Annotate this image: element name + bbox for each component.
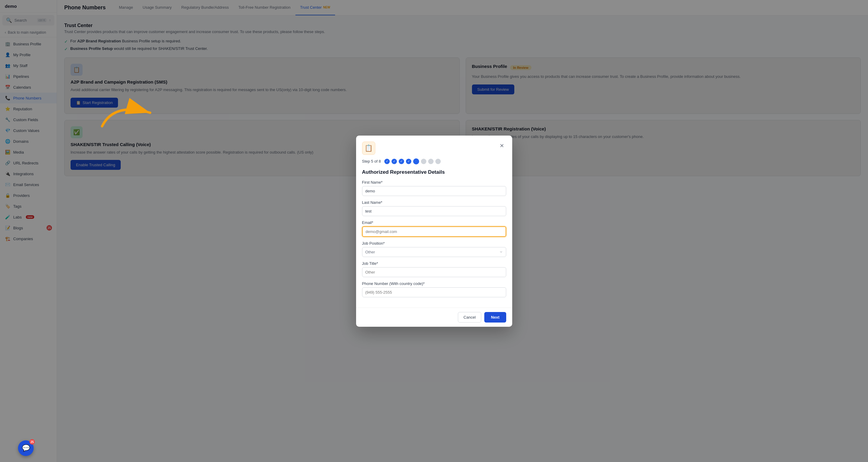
modal-title: Authorized Representative Details [362,169,506,175]
email-group: Email* [362,220,506,237]
modal-dialog: 📋 ✕ Step 5 of 8 ✓ ✓ ✓ ✓ Authorized Repre… [356,136,512,327]
modal-icon: 📋 [362,142,375,155]
last-name-group: Last Name* [362,200,506,216]
job-position-group: Job Position* Other CEO CTO VP Director … [362,241,506,257]
modal-body: Step 5 of 8 ✓ ✓ ✓ ✓ Authorized Represent… [356,158,512,308]
first-name-input[interactable] [362,186,506,196]
step-indicator: Step 5 of 8 ✓ ✓ ✓ ✓ [362,158,506,165]
next-button[interactable]: Next [484,312,506,322]
phone-number-input[interactable] [362,287,506,297]
job-position-label: Job Position* [362,241,506,246]
phone-number-label: Phone Number (With country code)* [362,281,506,286]
phone-number-group: Phone Number (With country code)* [362,281,506,297]
step-dot-4: ✓ [406,159,411,164]
step-dot-6 [421,159,426,164]
modal-footer: Cancel Next [356,308,512,327]
cancel-button[interactable]: Cancel [458,312,481,322]
first-name-label: First Name* [362,180,506,184]
step-dot-2: ✓ [392,159,397,164]
step-dot-1: ✓ [384,159,390,164]
chat-widget[interactable]: 💬 25 [18,440,34,456]
step-dot-8 [435,159,441,164]
step-label: Step 5 of 8 [362,159,381,164]
modal-overlay[interactable]: 📋 ✕ Step 5 of 8 ✓ ✓ ✓ ✓ Authorized Repre… [0,0,868,462]
arrow-annotation [96,96,162,132]
email-input[interactable] [362,226,506,237]
last-name-input[interactable] [362,206,506,216]
step-dot-5 [413,158,419,165]
step-dot-3: ✓ [399,159,404,164]
job-title-group: Job Title* [362,261,506,277]
job-position-select[interactable]: Other CEO CTO VP Director Manager [362,247,506,257]
job-title-label: Job Title* [362,261,506,266]
chat-count-badge: 25 [29,439,35,444]
email-label: Email* [362,220,506,225]
first-name-group: First Name* [362,180,506,196]
modal-header: 📋 ✕ [356,136,512,158]
last-name-label: Last Name* [362,200,506,205]
step-dot-7 [428,159,434,164]
chat-icon: 💬 [22,444,30,452]
modal-close-button[interactable]: ✕ [498,142,506,150]
job-title-input[interactable] [362,267,506,277]
